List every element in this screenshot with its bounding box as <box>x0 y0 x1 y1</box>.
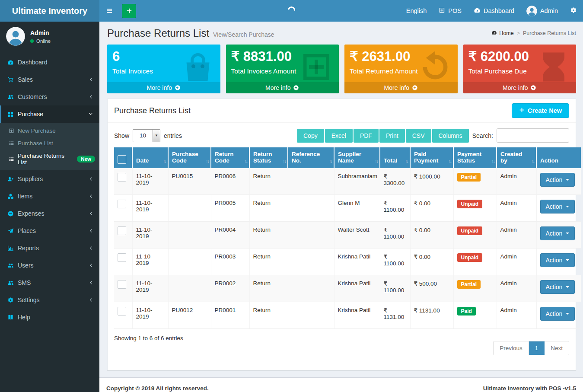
column-header-paid-payment[interactable]: Paid Payment↑↓ <box>410 147 453 168</box>
caret-down-icon <box>566 313 569 315</box>
app-title: Ultimate Inventory <box>12 6 87 16</box>
sidebar-item-places[interactable]: Places <box>0 222 99 239</box>
cell-purchase_code: PU0015 <box>168 168 211 195</box>
sidebar-item-users[interactable]: Users <box>0 257 99 274</box>
cell-date: 11-10-2019 <box>132 195 168 222</box>
sort-icon[interactable]: ↑↓ <box>329 159 332 164</box>
sort-icon[interactable]: ↑↓ <box>206 159 209 164</box>
row-checkbox[interactable] <box>118 280 126 289</box>
bag-icon <box>181 50 215 86</box>
users-icon <box>7 262 18 269</box>
sidebar-item-customers[interactable]: Customers <box>0 88 99 105</box>
quick-add-button[interactable] <box>122 4 136 18</box>
row-checkbox[interactable] <box>118 200 126 208</box>
search-input[interactable] <box>497 128 569 143</box>
table-row: 11-10-2019PR0004ReturnWalter Scott₹ 1100… <box>114 222 581 249</box>
entries-label: entries <box>164 132 182 139</box>
sidebar-item-purchase[interactable]: Purchase <box>0 105 99 123</box>
pagination-next[interactable]: Next <box>545 341 569 355</box>
row-action-button[interactable]: Action <box>540 307 575 321</box>
content-header: Purchase Returns List View/Search Purcha… <box>99 22 583 39</box>
sort-icon[interactable]: ↑↓ <box>244 159 247 164</box>
dashboard-link[interactable]: Dashboard <box>468 0 520 22</box>
sidebar-item-reports[interactable]: Reports <box>0 239 99 257</box>
sidebar: Ultimate Inventory Admin Online Dashboar… <box>0 0 99 392</box>
breadcrumb-home[interactable]: Home <box>491 30 513 37</box>
pagination-previous[interactable]: Previous <box>494 341 529 355</box>
list-icon <box>9 140 14 146</box>
column-header-purchase-code[interactable]: Purchase Code↑↓ <box>168 147 211 168</box>
plus-square-icon <box>9 128 14 134</box>
row-checkbox[interactable] <box>118 307 126 316</box>
cell-return_status: Return <box>249 249 288 275</box>
sort-icon[interactable]: ↑↓ <box>531 159 534 164</box>
sidebar-item-dashboard[interactable]: Dashboard <box>0 54 99 71</box>
print-button[interactable]: Print <box>379 129 405 143</box>
grid-icon <box>7 111 18 118</box>
page-length-select[interactable]: 10 ▼ <box>133 129 160 142</box>
sidebar-item-purchase-returns-list[interactable]: Purchase Returns ListNew <box>0 150 99 169</box>
chevron-left-icon <box>88 194 93 199</box>
sort-icon[interactable]: ↑↓ <box>375 159 378 164</box>
sidebar-item-help[interactable]: Help <box>0 309 99 326</box>
pagination-page-1[interactable]: 1 <box>529 341 545 355</box>
cell-paid_payment: ₹ 500.00 <box>410 275 453 302</box>
sidebar-toggle[interactable] <box>99 0 119 22</box>
column-header-reference-no-[interactable]: Reference No.↑↓ <box>288 147 334 168</box>
pos-link[interactable]: POS <box>433 0 468 22</box>
cell-reference_no <box>288 222 334 249</box>
row-checkbox[interactable] <box>118 253 126 262</box>
navbar-menu: English POS Dashboard Admin <box>400 0 583 22</box>
app-logo[interactable]: Ultimate Inventory <box>0 0 99 22</box>
columns-button[interactable]: Columns <box>432 129 469 143</box>
user-menu[interactable]: Admin <box>520 0 564 22</box>
create-new-button[interactable]: Create New <box>512 103 569 118</box>
row-action-button[interactable]: Action <box>540 226 575 240</box>
excel-button[interactable]: Excel <box>325 129 353 143</box>
row-action-button[interactable]: Action <box>540 173 575 187</box>
cell-date: 11-10-2019 <box>132 302 168 329</box>
table-row: 11-10-2019PU0012PR0001ReturnKrishna Pati… <box>114 302 581 329</box>
cell-supplier_name: Glenn M <box>334 195 380 222</box>
sidebar-item-settings[interactable]: Settings <box>0 291 99 309</box>
users-icon <box>7 280 18 286</box>
sort-icon[interactable]: ↑↓ <box>163 159 166 164</box>
bar-chart-icon <box>7 245 18 252</box>
cell-date: 11-10-2019 <box>132 249 168 275</box>
column-header-payment-status[interactable]: Payment Status↑↓ <box>453 147 497 168</box>
select-all-checkbox[interactable] <box>118 155 126 164</box>
cell-supplier_name: Krishna Patil <box>334 249 380 275</box>
sidebar-item-sales[interactable]: Sales <box>0 71 99 88</box>
sidebar-item-sms[interactable]: SMS <box>0 274 99 291</box>
sidebar-item-new-purchase[interactable]: New Purchase <box>0 124 99 137</box>
csv-button[interactable]: CSV <box>406 129 431 143</box>
sidebar-item-items[interactable]: Items <box>0 188 99 205</box>
settings-menu[interactable] <box>564 0 583 22</box>
column-header-date[interactable]: Date↑↓ <box>132 147 168 168</box>
row-action-button[interactable]: Action <box>540 200 575 214</box>
row-action-button[interactable]: Action <box>540 253 575 267</box>
column-header-return-code[interactable]: Return Code↑↓ <box>211 147 249 168</box>
sidebar-item-suppliers[interactable]: Suppliers <box>0 170 99 188</box>
language-menu[interactable]: English <box>400 0 433 22</box>
online-status-icon <box>30 39 34 43</box>
pdf-button[interactable]: PDF <box>354 129 379 143</box>
column-header-supplier-name[interactable]: Supplier Name↑↓ <box>334 147 380 168</box>
sort-icon[interactable]: ↑↓ <box>448 159 451 164</box>
sort-icon[interactable]: ↑↓ <box>283 159 286 164</box>
row-action-button[interactable]: Action <box>540 280 575 294</box>
sort-icon[interactable]: ↑↓ <box>405 159 408 164</box>
row-checkbox[interactable] <box>118 226 126 235</box>
column-header-created-by[interactable]: Created by↑↓ <box>497 147 536 168</box>
copy-button[interactable]: Copy <box>297 129 324 143</box>
cell-created_by: Admin <box>497 249 536 275</box>
column-header-total[interactable]: Total↑↓ <box>380 147 410 168</box>
row-checkbox[interactable] <box>118 173 126 182</box>
sort-icon[interactable]: ↑↓ <box>491 159 494 164</box>
caret-down-icon <box>566 233 569 234</box>
chevron-down-icon <box>88 112 93 117</box>
column-header-return-status[interactable]: Return Status↑↓ <box>249 147 288 168</box>
sidebar-item-purchase-list[interactable]: Purchase List <box>0 137 99 150</box>
page-title: Purchase Returns List <box>107 27 209 39</box>
sidebar-item-expenses[interactable]: Expenses <box>0 205 99 222</box>
